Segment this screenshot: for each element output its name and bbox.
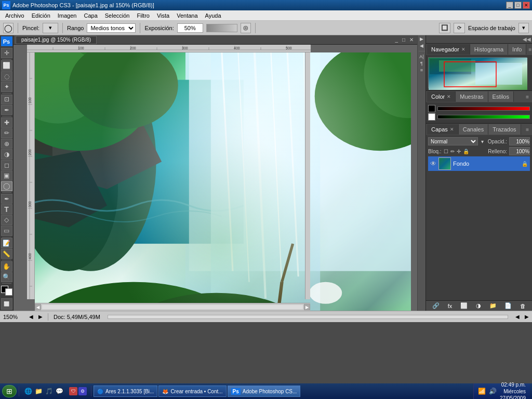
antivirus-icon[interactable]: 🛡: [69, 387, 77, 395]
tool-crop[interactable]: ⊡: [1, 95, 12, 104]
opacity-input[interactable]: 100%: [509, 137, 530, 145]
tab-navegador[interactable]: Navegador ✕: [427, 44, 470, 55]
tool-pen[interactable]: ✒: [1, 194, 12, 204]
tool-heal[interactable]: ✚: [1, 117, 12, 127]
tab-color[interactable]: Color ✕: [427, 91, 456, 102]
util-icon[interactable]: ⚙: [78, 387, 87, 395]
prev-page-btn[interactable]: ◀: [29, 314, 33, 320]
tab-estilos[interactable]: Estilos: [488, 91, 514, 102]
tool-dodge[interactable]: ◯: [1, 181, 12, 191]
status-scrollbar[interactable]: [108, 315, 508, 319]
range-select[interactable]: Sombras Medios tonos Iluminaciones: [87, 23, 136, 33]
close-capas-tab[interactable]: ✕: [450, 127, 454, 132]
adjustment-layer-btn[interactable]: ◑: [476, 302, 481, 309]
tool-hand[interactable]: ✋: [1, 261, 12, 271]
lock-all[interactable]: 🔒: [463, 149, 469, 154]
tool-layers-btn[interactable]: ≡: [420, 68, 423, 73]
tab-info[interactable]: Info: [508, 44, 526, 55]
tool-zoom[interactable]: 🔍: [1, 272, 12, 282]
menu-capa[interactable]: Capa: [81, 11, 100, 20]
screen-mode-normal[interactable]: ⬜: [1, 298, 12, 310]
tool-history[interactable]: ◑: [1, 149, 12, 159]
canvas-minimize[interactable]: _: [393, 37, 400, 43]
tool-clone[interactable]: ⊕: [1, 139, 12, 149]
panel-expand-btn[interactable]: ◀: [420, 43, 423, 48]
tab-trazados[interactable]: Trazados: [488, 124, 521, 135]
tool-shape[interactable]: ▭: [1, 225, 12, 235]
layer-group-btn[interactable]: 📁: [489, 302, 497, 309]
layers-panel-options[interactable]: ≡: [524, 127, 531, 132]
taskbar-ares[interactable]: 🔵 Ares 2.1.1.3035 [Bi...: [94, 385, 157, 397]
layer-mask-btn[interactable]: ⬜: [460, 302, 468, 309]
volume-icon[interactable]: 🔊: [489, 388, 497, 395]
tab-histograma[interactable]: Histograma: [470, 44, 508, 55]
menu-vista[interactable]: Vista: [154, 11, 172, 20]
tool-brush[interactable]: ✏: [1, 128, 12, 138]
new-layer-btn[interactable]: 📄: [504, 302, 512, 309]
layer-style-btn[interactable]: fx: [448, 303, 453, 309]
taskbar-photoshop[interactable]: Ps Adobe Photoshop CS...: [228, 385, 301, 397]
tool-wand[interactable]: ✦: [1, 82, 12, 91]
navigator-preview[interactable]: [428, 57, 527, 88]
ie-icon[interactable]: 🌐: [23, 387, 33, 396]
green-slider[interactable]: [437, 115, 530, 119]
delete-layer-btn[interactable]: 🗑: [520, 303, 526, 309]
canvas-tab-active[interactable]: paisaje1.jpg @ 150% (RGB/8): [16, 36, 97, 44]
exposure-input[interactable]: [177, 23, 203, 33]
media-icon[interactable]: 🎵: [44, 387, 54, 396]
blend-lock-btn[interactable]: ▾: [481, 139, 484, 144]
minimize-button[interactable]: _: [506, 2, 513, 9]
close-button[interactable]: ✕: [523, 2, 530, 9]
lock-pixels[interactable]: ✏: [450, 149, 455, 154]
taskbar-firefox[interactable]: 🦊 Crear entrada • Cont...: [158, 385, 226, 397]
tab-capas[interactable]: Capas ✕: [427, 124, 459, 135]
tab-canales[interactable]: Canales: [459, 124, 488, 135]
red-slider[interactable]: [437, 107, 530, 111]
brush-picker[interactable]: ▾: [43, 23, 58, 33]
layer-fondo[interactable]: 👁 Fondo 🔒: [428, 156, 530, 171]
mid-panel-options[interactable]: ≡: [524, 94, 531, 100]
canvas-image[interactable]: [35, 52, 411, 311]
tool-measure[interactable]: 📏: [1, 249, 12, 259]
tool-lasso[interactable]: ◌: [1, 71, 12, 81]
tab-muestras[interactable]: Muestras: [456, 91, 488, 102]
canvas-maximize[interactable]: □: [401, 37, 407, 43]
layer-visibility-icon[interactable]: 👁: [430, 160, 436, 167]
menu-edicion[interactable]: Edición: [29, 11, 54, 20]
canvas-area[interactable]: paisaje1.jpg @ 150% (RGB/8) _ □ ✕: [14, 35, 417, 311]
start-button[interactable]: ⊞: [2, 385, 17, 397]
scroll-left-btn[interactable]: ◀: [515, 314, 520, 320]
maximize-button[interactable]: □: [514, 2, 522, 9]
close-color-tab[interactable]: ✕: [447, 94, 451, 99]
network-icon[interactable]: 📶: [478, 388, 486, 395]
explorer-icon[interactable]: 📁: [34, 387, 43, 396]
scroll-right-btn[interactable]: ▶: [525, 314, 529, 320]
scroll-vertical[interactable]: [305, 52, 310, 299]
tool-options-icon[interactable]: ◯: [3, 23, 14, 33]
tool-eyedropper[interactable]: ✒: [1, 105, 12, 115]
workspace-dropdown[interactable]: ▾: [518, 23, 529, 33]
canvas-close[interactable]: ✕: [408, 37, 415, 43]
tool-notes[interactable]: 📝: [1, 238, 12, 248]
scroll-horizontal[interactable]: ◀ ▶: [35, 303, 310, 311]
menu-archivo[interactable]: Archivo: [2, 11, 28, 20]
nav-panel-btn[interactable]: ▶: [420, 36, 423, 42]
tool-marquee[interactable]: ⬜: [1, 60, 12, 70]
system-clock[interactable]: 02:49 p.m. Miércoles 27/05/2009: [500, 381, 526, 400]
panels-collapse-btn[interactable]: ◀◀: [523, 36, 531, 42]
tool-move[interactable]: ✛: [1, 48, 12, 58]
airbrush-btn[interactable]: ◎: [241, 23, 251, 33]
menu-imagen[interactable]: Imagen: [55, 11, 80, 20]
foreground-color[interactable]: [1, 286, 12, 296]
tool-paragraph-btn[interactable]: ¶: [420, 61, 423, 66]
top-panel-options[interactable]: ≡: [526, 47, 532, 52]
lock-position[interactable]: ✛: [457, 149, 461, 154]
switch-view-btn[interactable]: ⟳: [454, 23, 465, 33]
tool-preset-btn[interactable]: 🔲: [439, 23, 450, 33]
exposure-slider[interactable]: [206, 24, 237, 32]
tool-text[interactable]: T: [1, 204, 12, 214]
tool-gradient[interactable]: ▣: [1, 170, 12, 180]
blend-mode-select[interactable]: Normal: [428, 137, 478, 145]
messenger-icon[interactable]: 💬: [55, 387, 64, 396]
fill-input[interactable]: [509, 147, 530, 155]
